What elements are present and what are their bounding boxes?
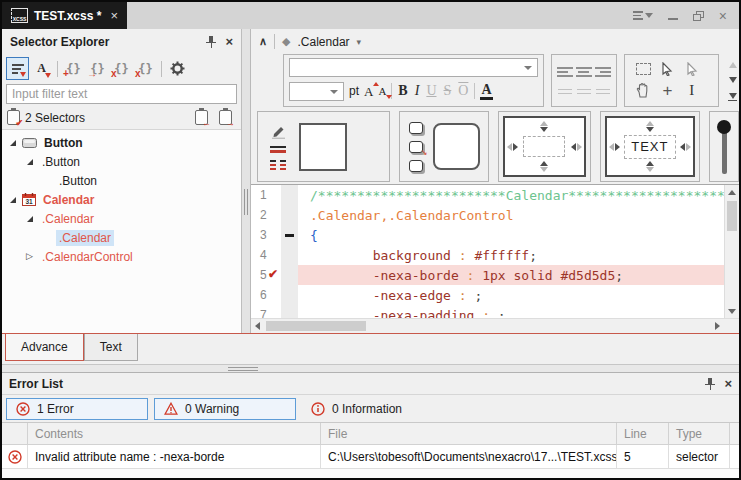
header-file[interactable]: File (321, 423, 617, 444)
font-size-combo[interactable] (289, 82, 344, 101)
code-line-1[interactable]: 1/************************Calendar******… (251, 185, 724, 205)
border-preview-box[interactable] (299, 123, 347, 171)
error-filter-button[interactable]: 1 Error (6, 398, 148, 420)
minimize-icon[interactable] (668, 18, 678, 20)
align-left-icon[interactable] (557, 67, 573, 77)
text-align-preview-box[interactable]: TEXT (605, 116, 696, 177)
document-tab[interactable]: XCSS TEST.xcss * × (2, 2, 127, 29)
tree-item-button[interactable]: Button (2, 133, 241, 152)
header-contents[interactable]: Contents (28, 423, 321, 444)
expanded-arrow-icon[interactable] (7, 140, 18, 146)
code-line-7[interactable]: 7 -nexa-padding : ; (251, 305, 724, 318)
code-line-4[interactable]: 4 background : #ffffff; (251, 245, 724, 265)
filter-input[interactable] (6, 84, 237, 104)
increase-font-button[interactable]: A (364, 85, 373, 98)
clipboard-in-icon[interactable]: ← (195, 110, 208, 125)
tree-item-calendar[interactable]: .Calendar (2, 209, 241, 228)
vertical-scrollbar[interactable] (724, 185, 739, 318)
radius-option-icon[interactable] (409, 122, 423, 134)
fold-collapse-icon[interactable] (285, 234, 294, 237)
strikethrough-button[interactable]: S (443, 84, 453, 98)
radius-option-arrow-icon[interactable]: ↘ (409, 141, 423, 153)
dashed-line-style-icon[interactable] (270, 160, 286, 170)
warning-filter-button[interactable]: 0 Warning (154, 398, 296, 420)
align-right-icon[interactable] (595, 67, 611, 77)
panel-close-icon[interactable]: × (724, 377, 732, 390)
cursor-arrow-alt-icon[interactable] (686, 62, 698, 76)
pin-icon[interactable] (205, 36, 217, 48)
code-text[interactable]: -nexa-padding : ; (298, 305, 724, 318)
tab-close-icon[interactable]: × (110, 9, 118, 22)
code-line-6[interactable]: 6 -nexa-edge : ; (251, 285, 724, 305)
header-type[interactable]: Type (669, 423, 730, 444)
expanded-arrow-icon[interactable] (24, 216, 35, 222)
sort-order-button[interactable] (6, 57, 29, 80)
scroll-up-icon[interactable] (728, 190, 736, 195)
font-family-combo[interactable] (289, 58, 538, 77)
spin-expand-icon[interactable] (728, 93, 737, 102)
add-point-icon[interactable]: + (663, 82, 673, 99)
radius-preview-box[interactable] (433, 123, 480, 170)
code-line-2[interactable]: 2.Calendar,.CalendarControl (251, 205, 724, 225)
valign-middle-icon[interactable] (577, 89, 591, 95)
information-filter-button[interactable]: 0 Information (302, 398, 411, 420)
code-line-5[interactable]: 5✔ -nexa-borde : 1px solid #d5d5d5; (251, 265, 724, 285)
code-text[interactable]: background : #ffffff; (298, 245, 724, 265)
align-center-icon[interactable] (576, 67, 592, 77)
slider-knob[interactable] (717, 120, 731, 134)
expanded-arrow-icon[interactable] (24, 159, 35, 165)
scroll-down-icon[interactable] (728, 309, 736, 314)
underline-button[interactable]: U (425, 84, 437, 98)
delete-selector-button[interactable]: {}x (110, 57, 133, 80)
valign-top-icon[interactable] (558, 89, 572, 95)
tree-item-calendarcontrol[interactable]: ▷.CalendarControl (2, 247, 241, 266)
tree-item-calendar[interactable]: .Calendar (2, 228, 241, 247)
radius-option-small-icon[interactable] (409, 160, 423, 172)
spin-up-icon[interactable] (729, 62, 737, 68)
error-row[interactable]: Invalid attribute name : -nexa-bordeC:\U… (2, 445, 739, 469)
collapse-toolbar-icon[interactable]: ∧ (259, 35, 267, 48)
italic-button[interactable]: I (414, 84, 421, 98)
insert-selector-button[interactable]: {}→ (86, 57, 109, 80)
padding-preview-box[interactable] (503, 116, 586, 177)
panel-close-icon[interactable]: × (225, 35, 233, 48)
code-text[interactable]: /************************Calendar*******… (298, 185, 724, 205)
valign-bottom-icon[interactable] (596, 89, 610, 95)
restore-icon[interactable] (693, 11, 704, 21)
scroll-right-icon[interactable] (715, 322, 720, 330)
tree-item-calendar[interactable]: 31Calendar (2, 190, 241, 209)
slider-track[interactable] (722, 128, 727, 174)
code-text[interactable]: -nexa-borde : 1px solid #d5d5d5; (298, 265, 724, 285)
add-selector-button[interactable]: {}+ (62, 57, 85, 80)
tree-item-button[interactable]: .Button (2, 152, 241, 171)
hand-tool-icon[interactable] (636, 83, 650, 98)
code-text[interactable]: { (298, 225, 724, 245)
vertical-splitter[interactable] (242, 29, 251, 333)
pencil-icon[interactable] (270, 124, 287, 139)
text-cursor-icon[interactable]: I (689, 83, 694, 98)
header-line[interactable]: Line (617, 423, 669, 444)
overline-button[interactable]: O (457, 84, 469, 98)
tab-advance[interactable]: Advance (5, 334, 84, 361)
horizontal-scroll-thumb[interactable] (266, 321, 366, 331)
cursor-arrow-icon[interactable] (661, 62, 673, 76)
delete-all-selectors-button[interactable]: {}x (134, 57, 157, 80)
selector-dropdown-icon[interactable]: ▾ (357, 37, 362, 47)
settings-button[interactable] (166, 57, 189, 80)
pin-icon[interactable] (704, 378, 716, 390)
horizontal-scrollbar[interactable] (251, 318, 739, 333)
code-line-3[interactable]: 3{ (251, 225, 724, 245)
scroll-left-icon[interactable] (255, 322, 260, 330)
code-text[interactable]: .Calendar,.CalendarControl (298, 205, 724, 225)
tab-text[interactable]: Text (84, 334, 138, 361)
expanded-arrow-icon[interactable] (7, 197, 18, 203)
sort-alpha-button[interactable]: A (30, 57, 53, 80)
line-style-icon[interactable] (270, 146, 286, 153)
code-text[interactable]: -nexa-edge : ; (298, 285, 724, 305)
collapsed-arrow-icon[interactable]: ▷ (24, 252, 35, 261)
spin-down-icon[interactable] (729, 77, 737, 83)
vertical-scroll-thumb[interactable] (727, 201, 737, 231)
clipboard-out-icon[interactable]: → (219, 110, 232, 125)
window-close-icon[interactable]: × (719, 9, 727, 23)
marquee-select-icon[interactable] (636, 63, 651, 75)
